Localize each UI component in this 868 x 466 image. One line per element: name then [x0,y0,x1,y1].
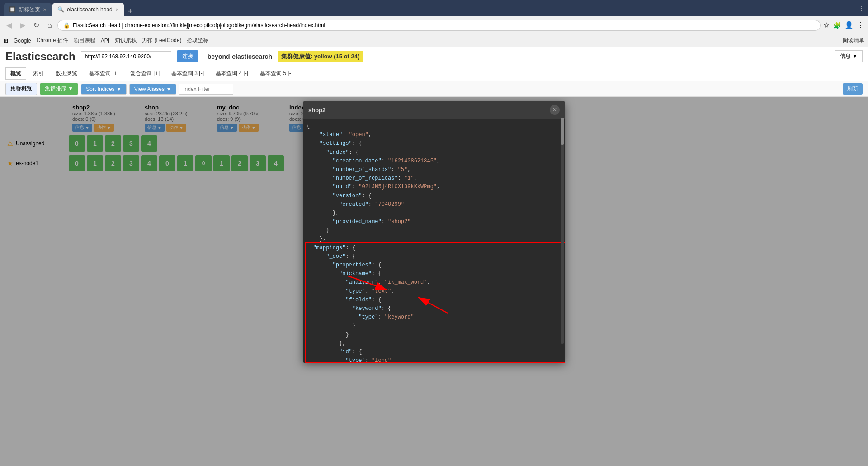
json-display: { "state": "open", "settings": { "index"… [307,122,561,363]
bookmarks-bar: ⊞ Google Chrome 插件 项目课程 API 知识累积 力扣 (Lee… [0,34,868,47]
browser-controls: ◀ ▶ ↻ ⌂ 🔒 ☆ 🧩 👤 ⋮ [0,16,868,34]
view-aliases-btn[interactable]: View Aliases ▼ [129,84,176,95]
tab-favicon: 🔲 [9,6,16,13]
reload-button[interactable]: ↻ [31,20,42,30]
tab-overview[interactable]: 概览 [5,67,26,80]
modal-body[interactable]: { "state": "open", "settings": { "index"… [303,119,565,363]
bookmark-reader[interactable]: 阅读清单 [843,37,864,44]
cluster-sort-label: 集群排序 ▼ [45,85,73,93]
modal-scrolltrack [561,118,564,344]
sort-indices-btn[interactable]: Sort Indices ▼ [81,84,127,95]
address-input[interactable] [73,22,815,29]
bookmark-coords[interactable]: 拾取坐标 [187,37,208,44]
tab-data-browse[interactable]: 数据浏览 [51,67,82,80]
view-aliases-label: View Aliases ▼ [134,86,171,92]
home-button[interactable]: ⌂ [45,20,55,30]
bookmark-google[interactable]: Google [14,38,31,44]
index-filter-input[interactable] [179,84,233,95]
new-tab-button[interactable]: + [124,7,137,16]
modal-shop2: shop2 × { "state": "open", "settings": {… [303,101,565,363]
tab-close-btn[interactable]: ✕ [43,7,47,12]
bookmark-icon[interactable]: ☆ [823,21,830,29]
tab-index[interactable]: 索引 [28,67,49,80]
tab-basic-query-4[interactable]: 基本查询 4 [-] [211,67,253,80]
cluster-sort-btn[interactable]: 集群排序 ▼ [40,83,78,95]
modal-title: shop2 [308,107,326,114]
bookmark-chrome-plugin[interactable]: Chrome 插件 [37,37,68,44]
tab-complex-query[interactable]: 复合查询 [+] [125,67,165,80]
bookmark-api[interactable]: API [101,38,109,44]
tab-bar: 🔲 新标签页 ✕ 🔍 elasticsearch-head ✕ + [4,0,136,16]
modal-overlay: shop2 × { "state": "open", "settings": {… [0,97,868,466]
tab-basic-query[interactable]: 基本查询 [+] [84,67,123,80]
browser-icons: ☆ 🧩 👤 ⋮ [823,21,864,29]
app-header: Elasticsearch 连接 beyond-elasticsearch 集群… [0,47,868,66]
main-content: shop2 size: 1.38ki (1.38ki) docs: 0 (0) … [0,97,868,466]
tab-favicon-es: 🔍 [57,6,64,13]
tab-close-es[interactable]: ✕ [115,7,119,12]
profile-icon[interactable]: 👤 [844,21,854,29]
tab-new-page[interactable]: 🔲 新标签页 ✕ [4,3,52,16]
app-title: Elasticsearch [5,50,75,63]
bookmark-knowledge[interactable]: 知识累积 [115,37,137,44]
tab-basic-query-3[interactable]: 基本查询 3 [-] [166,67,209,80]
modal-close-btn[interactable]: × [550,105,560,115]
health-badge: 集群健康值: yellow (15 of 24) [278,51,363,62]
cluster-url-input[interactable] [81,51,171,62]
cluster-overview-btn[interactable]: 集群概览 [5,83,37,95]
tab-basic-query-5[interactable]: 基本查询 5 [-] [255,67,297,80]
apps-icon[interactable]: ⊞ [4,38,8,44]
tab-label-es: elasticsearch-head [67,6,113,13]
browser-chrome: 🔲 新标签页 ✕ 🔍 elasticsearch-head ✕ + ⋮ [0,0,868,16]
nav-tabs: 概览 索引 数据浏览 基本查询 [+] 复合查询 [+] 基本查询 3 [-] … [0,66,868,81]
cluster-name: beyond-elasticsearch [208,53,272,60]
tab-label: 新标签页 [19,6,40,14]
lock-icon: 🔒 [63,22,70,29]
tab-elasticsearch[interactable]: 🔍 elasticsearch-head ✕ [52,3,124,16]
connect-button[interactable]: 连接 [177,50,198,62]
bookmark-projects[interactable]: 项目课程 [74,37,95,44]
extensions-icon[interactable]: 🧩 [833,22,841,29]
toolbar: 集群概览 集群排序 ▼ Sort Indices ▼ View Aliases … [0,81,868,97]
address-bar-container: 🔒 [57,20,821,31]
more-icon[interactable]: ⋮ [857,21,864,29]
sort-indices-label: Sort Indices ▼ [86,86,122,92]
modal-scrollthumb[interactable] [561,118,564,145]
modal-header: shop2 × [303,101,565,119]
bookmark-leetcode[interactable]: 力扣 (LeetCode) [142,37,181,44]
browser-menu-icon: ⋮ [858,5,864,12]
forward-button[interactable]: ▶ [17,20,28,30]
info-dropdown-header[interactable]: 信息 ▼ [835,50,863,62]
refresh-btn[interactable]: 刷新 [843,83,863,95]
back-button[interactable]: ◀ [4,20,14,30]
